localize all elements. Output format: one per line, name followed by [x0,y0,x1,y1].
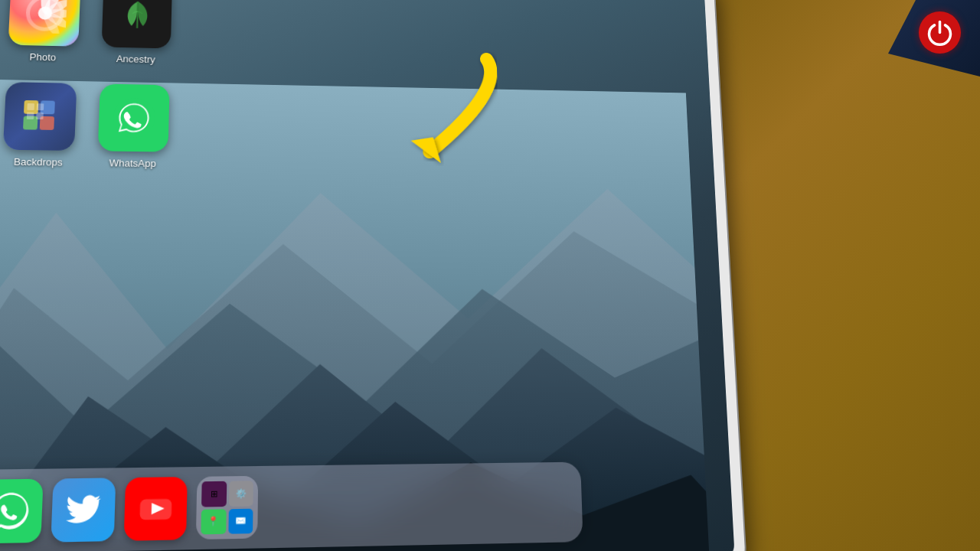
svg-rect-19 [27,103,34,109]
whatsapp-label: WhatsApp [109,157,156,169]
dock-folder[interactable]: ⊞ ⚙️ 📍 ✉️ [196,476,258,540]
folder-mini-outlook: ✉️ [228,508,253,534]
svg-rect-22 [36,112,44,119]
twitter-svg [64,491,102,529]
power-icon[interactable] [919,11,961,54]
app-icon-backdrops[interactable]: Backdrops [0,82,85,181]
whatsapp-icon-svg [111,96,157,139]
backdrops-icon-img [3,82,77,151]
svg-rect-20 [36,103,44,110]
photo-icon-svg [22,0,67,34]
app-icon-photo[interactable]: Photo [0,0,89,76]
folder-mini-findmy: 📍 [201,509,226,535]
photo-label: Photo [29,51,56,63]
dock-icon-twitter[interactable] [51,478,116,542]
whatsapp-icon-img [98,83,170,152]
ancestry-icon-img [102,0,172,48]
folder-mini-slack: ⊞ [201,481,227,507]
dock: ⏰ 1 [0,462,583,551]
dock-whatsapp-svg [0,490,32,533]
youtube-svg [137,490,174,527]
app-grid: Photo Ancestry [0,0,270,183]
app-icon-ancestry[interactable]: Ancestry [93,0,180,78]
power-icon-svg [926,19,953,46]
yellow-arrow [354,49,503,168]
ancestry-icon-svg [116,0,158,35]
backdrops-icon-svg [18,96,63,138]
dock-icon-whatsapp[interactable] [0,479,44,544]
dock-icon-youtube[interactable] [124,477,188,541]
ipad-screen: A Binders A Athletic [0,0,735,551]
photo-icon-img [8,0,81,47]
backdrops-label: Backdrops [14,156,63,168]
ipad-device: A Binders A Athletic [0,0,746,551]
svg-rect-21 [26,112,34,119]
folder-mini-settings: ⚙️ [228,481,253,506]
ancestry-label: Ancestry [116,54,155,65]
app-icon-whatsapp[interactable]: WhatsApp [89,83,178,182]
